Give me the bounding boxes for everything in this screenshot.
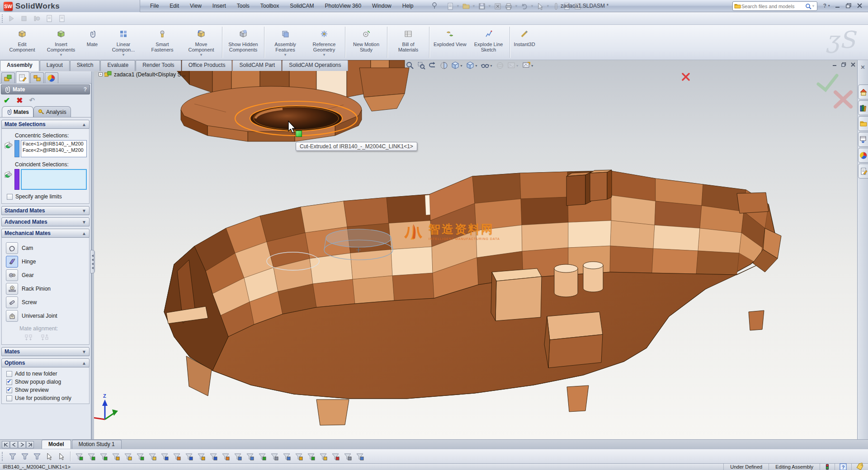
filter-planes-icon[interactable]: [147, 451, 158, 462]
mate-type-hinge-button[interactable]: [6, 256, 18, 268]
cm-button-explode-line-sketch[interactable]: Explode Line Sketch: [469, 25, 508, 60]
filter-gtol-icon[interactable]: [281, 451, 292, 462]
menu-edit[interactable]: Edit: [164, 0, 184, 12]
cm-button-move-component[interactable]: Move Component▼: [182, 25, 221, 60]
cm-button-reference-geometry[interactable]: Reference Geometry▼: [305, 25, 344, 60]
pause-macro-icon[interactable]: [31, 14, 42, 24]
tab-property-manager[interactable]: [16, 71, 29, 83]
selection-list-item[interactable]: Face<2>@IRB140_-_M200: [21, 147, 86, 153]
dropdown-icon[interactable]: ▼: [472, 4, 476, 8]
last-tab-button[interactable]: [26, 441, 34, 448]
checkbox-use-for-positioning-only[interactable]: [6, 395, 12, 401]
section-view-icon[interactable]: [439, 61, 449, 70]
anti-aligned-icon[interactable]: [40, 334, 49, 342]
tab-display-manager[interactable]: [45, 72, 58, 83]
chevron-down-icon[interactable]: ▼: [322, 53, 326, 57]
checkbox-add-to-new-folder[interactable]: [6, 371, 12, 377]
undo-icon[interactable]: [519, 2, 529, 11]
tab-feature-manager[interactable]: [1, 72, 15, 83]
cm-button-new-motion-study[interactable]: New Motion Study: [347, 25, 386, 60]
cm-button-linear-compon[interactable]: Linear Compon...▼: [104, 25, 143, 60]
deselect-icon[interactable]: [56, 451, 67, 462]
mate-type-universal-joint-button[interactable]: [6, 310, 18, 322]
view-tab-model[interactable]: Model: [42, 440, 71, 449]
file-explorer-icon[interactable]: [858, 116, 868, 131]
menu-window[interactable]: Window: [367, 0, 397, 12]
search-input[interactable]: [741, 4, 805, 9]
tab-assembly[interactable]: Assembly: [0, 60, 39, 71]
cm-button-assembly-features[interactable]: Assembly Features▼: [266, 25, 305, 60]
display-style-icon[interactable]: ▼: [465, 61, 479, 70]
dropdown-icon[interactable]: ▼: [546, 4, 550, 8]
chevron-down-icon[interactable]: ▼: [122, 53, 125, 57]
design-library-icon[interactable]: [858, 100, 868, 115]
cancel-mate-icon[interactable]: [682, 73, 690, 81]
cm-button-edit-component[interactable]: Edit Component: [3, 25, 42, 60]
first-tab-button[interactable]: [2, 441, 9, 448]
search-dropdown-icon[interactable]: ▼: [811, 4, 816, 8]
filter-dowel-pins-icon[interactable]: [354, 451, 365, 462]
panel-help-button[interactable]: ?: [84, 86, 87, 93]
mate-type-cam-button[interactable]: [6, 242, 18, 254]
doc-minimize-button[interactable]: [831, 61, 839, 68]
checkbox-show-popup-dialog[interactable]: [6, 379, 12, 385]
mate-selections-header[interactable]: Mate Selections▲: [1, 120, 90, 129]
zoom-to-fit-icon[interactable]: [405, 61, 415, 70]
menu-view[interactable]: View: [184, 0, 207, 12]
view-orientation-icon[interactable]: ▼: [450, 61, 464, 70]
specify-angle-limits-checkbox[interactable]: [7, 194, 13, 200]
filter-axes-icon[interactable]: [135, 451, 146, 462]
tag-icon[interactable]: [851, 464, 868, 470]
menu-photoview-360[interactable]: PhotoView 360: [320, 0, 367, 12]
search-icon[interactable]: [805, 3, 811, 9]
filter-vertices-icon[interactable]: [74, 451, 85, 462]
tab-configuration-manager[interactable]: [30, 72, 44, 83]
filter-clear-icon[interactable]: [19, 451, 30, 462]
new-document-icon[interactable]: [445, 2, 455, 11]
view-tab-motion-study-1[interactable]: Motion Study 1: [72, 440, 122, 449]
doc-close-button[interactable]: [849, 61, 857, 68]
filter-midpoints-icon[interactable]: [184, 451, 194, 462]
doc-restore-button[interactable]: [840, 61, 848, 68]
chevron-down-icon[interactable]: ▼: [283, 53, 287, 57]
zoom-to-area-icon[interactable]: [416, 61, 426, 70]
filter-sketch-points-icon[interactable]: [159, 451, 170, 462]
concentric-selection-list[interactable]: Face<1>@IRB140_-_M200Face<2>@IRB140_-_M2…: [21, 140, 87, 157]
stop-macro-icon[interactable]: [19, 14, 29, 24]
undo-button[interactable]: ↶: [29, 96, 35, 104]
cm-button-bill-of-materials[interactable]: Bill of Materials: [389, 25, 428, 60]
cm-button-instant3d[interactable]: Instant3D: [511, 25, 538, 60]
prev-tab-button[interactable]: [10, 441, 18, 448]
cm-button-smart-fasteners[interactable]: Smart Fasteners: [143, 25, 182, 60]
task-pane-close-button[interactable]: ✕: [859, 64, 867, 71]
toolbar-grip[interactable]: [2, 14, 4, 23]
selection-list-item[interactable]: Face<1>@IRB140_-_M200: [21, 141, 86, 147]
filter-surface-bodies-icon[interactable]: [110, 451, 121, 462]
pin-menu-icon[interactable]: [432, 2, 437, 9]
minimize-button[interactable]: [833, 1, 843, 10]
filter-notes-icon[interactable]: [245, 451, 255, 462]
expand-tree-icon[interactable]: +: [99, 72, 103, 76]
checkbox-show-preview[interactable]: [6, 387, 12, 393]
help-button[interactable]: ?▼: [822, 1, 832, 10]
filter-weld-symbols-icon[interactable]: [269, 451, 280, 462]
tab-render-tools[interactable]: Render Tools: [136, 60, 181, 71]
options-header[interactable]: Options▲: [1, 358, 90, 367]
close-button[interactable]: [854, 1, 864, 10]
next-tab-button[interactable]: [18, 441, 26, 448]
solidworks-resources-icon[interactable]: [858, 85, 868, 99]
filter-blocks-icon[interactable]: [318, 451, 329, 462]
standard-mates-header[interactable]: Standard Mates▼: [1, 206, 90, 215]
tab-evaluate[interactable]: Evaluate: [100, 60, 135, 71]
tab-layout[interactable]: Layout: [40, 60, 70, 71]
filter-funnel-icon[interactable]: [7, 451, 18, 462]
filter-centerlines-icon[interactable]: [208, 451, 219, 462]
filter-connection-points-icon[interactable]: [330, 451, 341, 462]
menu-help[interactable]: Help: [397, 0, 419, 12]
menu-tools[interactable]: Tools: [231, 0, 255, 12]
select-arrow-icon[interactable]: [44, 451, 55, 462]
coincident-selection-box[interactable]: [21, 169, 87, 190]
aligned-icon[interactable]: [24, 334, 33, 342]
filter-routing-points-icon[interactable]: [342, 451, 353, 462]
tab-office-products[interactable]: Office Products: [182, 60, 232, 71]
